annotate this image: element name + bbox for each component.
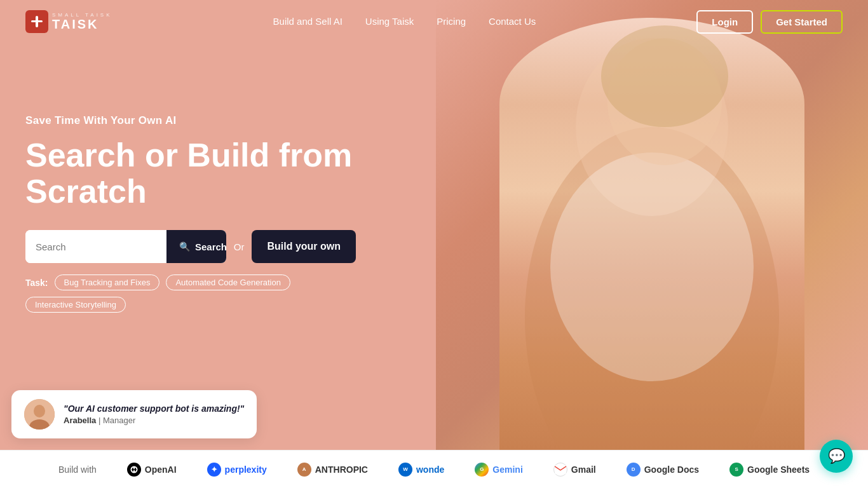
testimonial-author: Arabella | Manager xyxy=(64,416,244,425)
anthropic-label: ANTHROPIC xyxy=(315,464,368,475)
nav-links: Build and Sell AI Using Taisk Pricing Co… xyxy=(273,16,536,27)
gsheets-icon: S xyxy=(729,463,743,477)
testimonial-text: "Our AI customer support bot is amazing!… xyxy=(64,403,244,425)
nav-item-using[interactable]: Using Taisk xyxy=(365,16,414,27)
navbar: SMALL TAISK TAISK Build and Sell AI Usin… xyxy=(0,0,868,43)
partner-gdocs: D Google Docs xyxy=(627,463,699,477)
gdocs-label: Google Docs xyxy=(644,464,699,475)
openai-label: OpenAI xyxy=(145,464,177,475)
task-label: Task: xyxy=(25,278,48,288)
task-tag-bug-tracking[interactable]: Bug Tracking and Fixes xyxy=(55,274,160,290)
nav-link-pricing[interactable]: Pricing xyxy=(437,16,466,27)
search-btn-label: Search xyxy=(195,241,226,252)
svg-point-8 xyxy=(34,405,45,417)
nav-link-contact[interactable]: Contact Us xyxy=(489,16,536,27)
partner-wonde: W wonde xyxy=(398,463,444,477)
nav-item-contact[interactable]: Contact Us xyxy=(489,16,536,27)
logo-sub: SMALL TAISK xyxy=(52,13,112,18)
nav-link-using[interactable]: Using Taisk xyxy=(365,16,414,27)
or-text: Or xyxy=(234,241,245,252)
partner-openai: OpenAI xyxy=(127,463,177,477)
partner-gemini: G Gemini xyxy=(475,463,522,477)
search-input[interactable] xyxy=(25,230,166,263)
gemini-label: Gemini xyxy=(492,464,522,475)
wonde-icon: W xyxy=(398,463,412,477)
build-with-label: Build with xyxy=(58,464,97,475)
perplexity-label: perplexity xyxy=(225,464,267,475)
openai-icon xyxy=(127,463,141,477)
logo-text: TAISK xyxy=(52,18,112,30)
svg-point-2 xyxy=(550,152,754,381)
gemini-icon: G xyxy=(475,463,489,477)
get-started-button[interactable]: Get Started xyxy=(761,10,843,34)
hero-title: Search or Build from Scratch xyxy=(25,137,356,210)
hero-subtitle: Save Time With Your Own AI xyxy=(25,114,356,127)
gmail-icon xyxy=(553,463,567,477)
nav-actions: Login Get Started xyxy=(696,10,843,34)
task-tag-storytelling[interactable]: Interactive Storytelling xyxy=(25,297,126,313)
login-button[interactable]: Login xyxy=(696,10,753,34)
search-container: 🔍 Search Or Build your own xyxy=(25,230,356,263)
svg-rect-6 xyxy=(36,16,38,27)
gmail-label: Gmail xyxy=(571,464,596,475)
anthropic-icon: A xyxy=(297,463,311,477)
nav-item-build-sell[interactable]: Build and Sell AI xyxy=(273,16,342,27)
partner-gsheets: S Google Sheets xyxy=(729,463,810,477)
logo: SMALL TAISK TAISK xyxy=(25,10,112,33)
testimonial-card: "Our AI customer support bot is amazing!… xyxy=(11,390,257,438)
task-tag-code-generation[interactable]: Automated Code Generation xyxy=(166,274,290,290)
chat-bubble-button[interactable]: 💬 xyxy=(820,440,853,473)
logo-icon xyxy=(25,10,48,33)
hero-content: Save Time With Your Own AI Search or Bui… xyxy=(0,0,381,313)
gsheets-label: Google Sheets xyxy=(747,464,810,475)
task-row: Task: Bug Tracking and Fixes Automated C… xyxy=(25,274,356,313)
build-with-section: Build with OpenAI ✦ perplexity A ANTHROP… xyxy=(0,450,868,488)
nav-link-build-sell[interactable]: Build and Sell AI xyxy=(273,16,342,27)
testimonial-quote: "Our AI customer support bot is amazing!… xyxy=(64,403,244,414)
search-button[interactable]: 🔍 Search xyxy=(166,230,226,263)
search-icon: 🔍 xyxy=(179,241,190,252)
partner-anthropic: A ANTHROPIC xyxy=(297,463,368,477)
gdocs-icon: D xyxy=(627,463,641,477)
build-your-own-button[interactable]: Build your own xyxy=(252,230,356,263)
hero-image xyxy=(436,0,868,450)
wonde-label: wonde xyxy=(416,464,444,475)
search-bar: 🔍 Search xyxy=(25,230,226,263)
perplexity-icon: ✦ xyxy=(207,463,221,477)
partner-perplexity: ✦ perplexity xyxy=(207,463,267,477)
partner-gmail: Gmail xyxy=(553,463,596,477)
hero-section: SMALL TAISK TAISK Build and Sell AI Usin… xyxy=(0,0,868,450)
chat-icon: 💬 xyxy=(828,448,845,464)
nav-item-pricing[interactable]: Pricing xyxy=(437,16,466,27)
testimonial-avatar xyxy=(24,399,55,430)
